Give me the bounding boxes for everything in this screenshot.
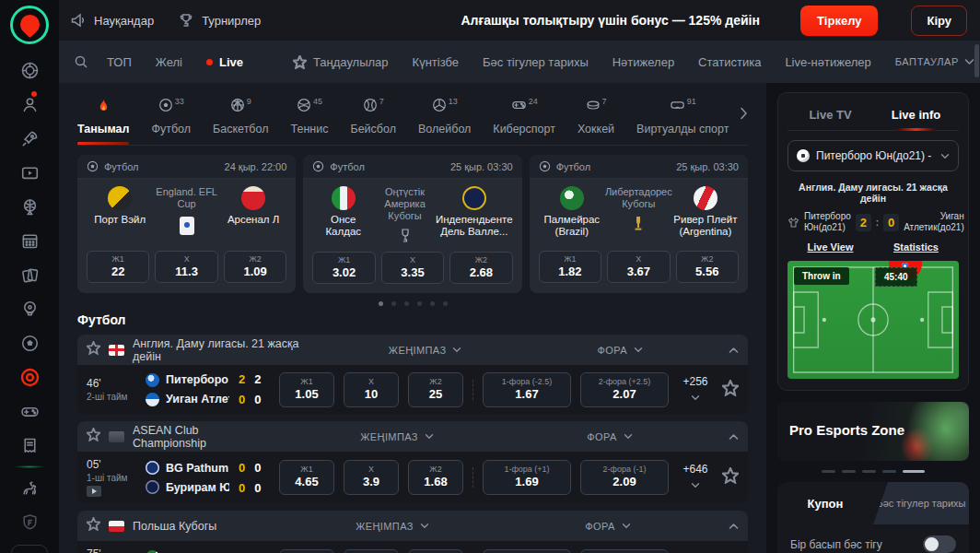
sport-tab-esports[interactable]: 24 Киберспорт xyxy=(493,83,555,145)
league-header[interactable]: Польша Кубогы ЖЕҢІМПАЗ ФОРА xyxy=(77,511,748,541)
sport-ball-icon[interactable] xyxy=(20,326,40,360)
bingo-icon[interactable] xyxy=(20,224,40,258)
favorite-star-icon[interactable] xyxy=(87,517,100,535)
collapse-button[interactable] xyxy=(715,433,739,441)
featured-card[interactable]: Футбол 24 қыр. 22:00 Порт Вэйл England. … xyxy=(77,155,296,293)
odd-button[interactable]: Ж14.65 xyxy=(279,460,334,495)
odd-button[interactable]: 2-фора (-1)2.09 xyxy=(580,460,669,495)
tab-coupon[interactable]: Купон xyxy=(777,482,873,524)
scrollbar-thumb[interactable] xyxy=(974,44,979,77)
betgames-tv-icon[interactable] xyxy=(20,156,40,190)
odd-button[interactable]: 1-фора (+3.5)1.49 ▼ xyxy=(483,549,571,553)
match-row[interactable]: 05'1-ші тайм BG Pathum United Бурирам Юн… xyxy=(77,452,748,503)
lottery-icon[interactable] xyxy=(20,292,40,326)
nav-tournaments[interactable]: Турнирлер xyxy=(178,12,261,29)
odd-button[interactable]: X11.3 xyxy=(155,251,217,283)
match-row[interactable]: 46'2-ші тайм Питерборо Юн(до21) Уиган Ат… xyxy=(77,365,748,414)
settings-button[interactable]: БАПТАУЛАР xyxy=(895,56,974,67)
esports-icon[interactable] xyxy=(20,394,40,429)
sport-tab-basketball[interactable]: 9 Баскетбол xyxy=(213,83,268,145)
odd-button[interactable]: 1-фора (+1)1.69 xyxy=(483,460,571,495)
favorite-star-icon[interactable] xyxy=(722,380,739,400)
tab-live-tv[interactable]: Live TV xyxy=(788,102,873,130)
support-chat-icon[interactable] xyxy=(11,545,48,553)
tab-bet-history[interactable]: Бәс тігулер тарихы xyxy=(483,55,589,69)
nav-campaigns[interactable]: Науқандар xyxy=(70,12,154,29)
rocket-icon[interactable] xyxy=(20,122,40,156)
video-stream-icon[interactable] xyxy=(87,486,101,497)
odd-button[interactable]: Ж22.68 xyxy=(449,252,512,284)
tab-top[interactable]: ТОП xyxy=(107,55,132,69)
sport-tab-popular[interactable]: Танымал xyxy=(77,83,129,145)
tab-live-info[interactable]: Live info xyxy=(873,102,959,130)
odd-button[interactable]: Ж21.68 xyxy=(408,460,463,495)
tab-favorites[interactable]: Таңдаулылар xyxy=(293,55,389,69)
horse-racing-icon[interactable] xyxy=(20,471,40,505)
tab-bet-history[interactable]: Бәс тігулер тарихы xyxy=(873,482,969,524)
market-winner-select[interactable]: ЖЕҢІМПАЗ xyxy=(290,431,505,442)
live-target-icon[interactable] xyxy=(19,360,41,394)
more-markets-button[interactable]: +256 xyxy=(678,375,713,405)
banner-pagination[interactable] xyxy=(777,470,969,473)
favorite-star-icon[interactable] xyxy=(87,341,100,359)
featured-card[interactable]: Футбол 25 қыр. 03:30 Палмейрас (Brazil) … xyxy=(530,155,748,293)
register-button[interactable]: Тіркелу xyxy=(800,6,879,36)
sport-tab-tennis[interactable]: 45 Теннис xyxy=(291,83,329,145)
odd-button[interactable]: X3.35 xyxy=(381,252,444,284)
tabs-scroll-right-button[interactable] xyxy=(740,107,748,124)
sport-tab-hockey[interactable]: 7 Хоккей xyxy=(578,83,614,145)
odd-button[interactable]: X3.9 xyxy=(344,460,399,495)
odd-button[interactable]: Ж21.09 xyxy=(224,251,286,283)
coupon-icon[interactable] xyxy=(20,429,40,463)
market-winner-select[interactable]: ЖЕҢІМПАЗ xyxy=(284,521,501,532)
odd-button[interactable]: 2-фора (-3.5)2.43 ▲ xyxy=(580,549,669,553)
odd-button[interactable]: Ж25.56 xyxy=(676,251,739,283)
sport-tab-football[interactable]: 33 Футбол xyxy=(151,83,191,145)
collapse-button[interactable] xyxy=(718,347,739,354)
odd-button[interactable]: 1-фора (-2.5)1.67 xyxy=(483,372,571,407)
odd-button[interactable]: Ж11.82 xyxy=(539,251,601,283)
shield-f-icon[interactable] xyxy=(20,505,40,539)
wheel-icon[interactable] xyxy=(20,190,40,224)
odd-button[interactable]: Ж122 xyxy=(87,251,149,283)
brand-logo[interactable] xyxy=(10,6,49,44)
market-winner-select[interactable]: ЖЕҢІМПАЗ xyxy=(327,345,522,356)
login-button[interactable]: Кіру xyxy=(911,6,967,36)
tab-results[interactable]: Нәтижелер xyxy=(612,55,674,69)
search-button[interactable] xyxy=(74,54,88,69)
odd-button[interactable]: Ж13.02 xyxy=(312,252,375,284)
promo-banner[interactable]: Pro Esports Zone xyxy=(777,402,969,461)
statistics-link[interactable]: Statistics xyxy=(873,241,959,253)
favorite-star-icon[interactable] xyxy=(722,467,739,488)
odd-button[interactable]: X3.67 xyxy=(607,251,670,283)
casino-chip-icon[interactable] xyxy=(20,53,40,88)
live-dealer-icon[interactable] xyxy=(20,88,40,122)
featured-card[interactable]: Футбол 25 қыр. 03:30 Онсе Калдас Оңтүсті… xyxy=(303,155,521,293)
market-handicap-select[interactable]: ФОРА xyxy=(531,345,709,356)
sport-tab-virtual[interactable]: 91 Виртуалды спорт xyxy=(636,83,729,145)
carousel-dots[interactable] xyxy=(77,301,748,306)
odd-button[interactable]: Ж11.05 xyxy=(279,372,334,407)
live-view-link[interactable]: Live View xyxy=(788,241,873,253)
odd-button[interactable]: 2-фора (+2.5)2.07 xyxy=(580,372,669,407)
collapse-button[interactable] xyxy=(715,523,739,530)
more-markets-button[interactable]: +646 xyxy=(678,463,713,492)
odd-button[interactable]: Ж225 xyxy=(408,372,463,407)
tab-statistics[interactable]: Статистика xyxy=(698,55,761,69)
match-select[interactable]: Питерборо Юн(до21) - Уи... xyxy=(788,140,959,171)
match-row[interactable]: 75'2-ші тайм Легия Варшава II Гурник Заб… xyxy=(77,541,748,553)
market-handicap-select[interactable]: ФОРА xyxy=(512,431,706,442)
cards-icon[interactable] xyxy=(20,258,40,292)
market-handicap-select[interactable]: ФОРА xyxy=(509,521,706,532)
favorite-star-icon[interactable] xyxy=(87,428,100,445)
sport-tab-volleyball[interactable]: 13 Волейбол xyxy=(418,83,471,145)
league-header[interactable]: ASEAN Club Championship ЖЕҢІМПАЗ ФОРА xyxy=(77,421,748,452)
odd-button[interactable]: X10 xyxy=(344,372,399,407)
sport-tab-baseball[interactable]: 7 Бейсбол xyxy=(350,83,396,145)
league-header[interactable]: Англия. Даму лигасы. 21 жасқа дейін ЖЕҢІ… xyxy=(77,335,748,365)
tab-line[interactable]: Желі xyxy=(156,55,182,69)
tab-calendar[interactable]: Күнтізбе xyxy=(413,55,459,69)
tab-live-results[interactable]: Live-нәтижелер xyxy=(785,55,870,69)
one-click-bet-toggle[interactable] xyxy=(923,535,956,553)
tab-live[interactable]: Live xyxy=(206,55,243,69)
